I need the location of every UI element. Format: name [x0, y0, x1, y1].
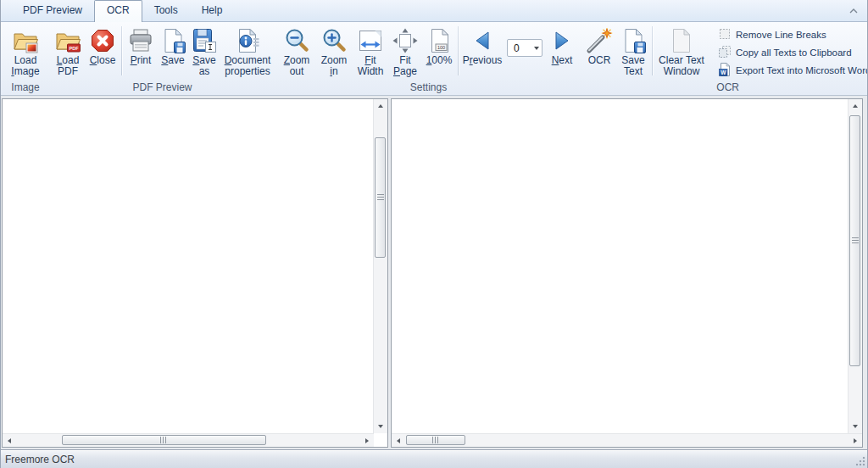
zoom-in-button[interactable]: Zoom in [315, 24, 353, 82]
load-image-button[interactable]: Load Image [4, 24, 47, 82]
horizontal-scroll-thumb[interactable] [406, 435, 465, 445]
clear-text-icon [669, 26, 694, 55]
resize-grip[interactable] [855, 456, 865, 466]
print-button[interactable]: Print [124, 24, 158, 82]
page-number-selector[interactable]: 0 [507, 39, 542, 57]
copy-to-clipboard-icon [718, 45, 732, 60]
ocr-button[interactable]: OCR [582, 24, 616, 82]
button-label: Zoom out [284, 55, 310, 77]
close-button[interactable]: Close [86, 24, 120, 82]
ribbon-group-image: Load Image Image [3, 24, 48, 95]
remove-line-breaks-icon [718, 27, 732, 42]
main-area [1, 96, 867, 449]
load-pdf-button[interactable]: PDF Load PDF [50, 24, 86, 82]
next-page-button[interactable]: Next [545, 24, 579, 82]
button-label: Close [90, 55, 116, 66]
vertical-scroll-thumb[interactable] [375, 137, 386, 258]
button-label: Clear Text Window [659, 55, 704, 77]
button-label: Fit Page [393, 55, 417, 77]
button-label: Previous [463, 55, 503, 66]
vertical-scroll-thumb[interactable] [849, 115, 860, 366]
button-label: OCR [588, 55, 611, 66]
arrow-left-icon [8, 438, 11, 443]
document-properties-button[interactable]: Document properties [220, 24, 275, 82]
ribbon-tab-bar: PDF Preview OCR Tools Help [1, 0, 867, 22]
page-number-dropdown-button[interactable] [531, 40, 542, 56]
scroll-left-button[interactable] [392, 434, 405, 447]
ocr-text-area[interactable] [392, 99, 848, 433]
scroll-right-button[interactable] [849, 434, 862, 447]
freemore-ocr-window: PDF Preview OCR Tools Help [0, 0, 868, 468]
save-text-button[interactable]: Save Text [616, 24, 650, 82]
scroll-down-button[interactable] [374, 420, 387, 433]
word-export-icon: W [718, 63, 732, 78]
arrow-up-icon [853, 104, 858, 108]
previous-page-button[interactable]: Previous [460, 24, 504, 82]
tab-pdf-preview[interactable]: PDF Preview [11, 1, 94, 21]
button-label: Save as [192, 55, 215, 77]
group-label-ocr: OCR [581, 82, 868, 95]
pdf-preview-canvas[interactable] [3, 99, 373, 433]
button-label: Load PDF [57, 55, 80, 77]
print-icon [127, 26, 154, 55]
arrow-left-icon [397, 438, 400, 443]
button-label: Fit Width [358, 55, 384, 77]
small-button-label: Export Text into Microsoft Word [736, 65, 868, 75]
tab-help[interactable]: Help [190, 1, 235, 21]
zoom-out-button[interactable]: Zoom out [278, 24, 315, 82]
fit-width-button[interactable]: Fit Width [353, 24, 388, 82]
zoom-out-icon [283, 26, 310, 55]
tab-ocr[interactable]: OCR [94, 0, 142, 22]
clear-text-window-button[interactable]: Clear Text Window [654, 24, 709, 82]
scroll-left-button[interactable] [3, 434, 16, 447]
arrow-right-icon [365, 438, 369, 443]
button-label: 100% [426, 55, 453, 66]
zoom-100-button[interactable]: 100 100% [422, 24, 456, 82]
page-number-value: 0 [508, 42, 531, 54]
tab-tools[interactable]: Tools [142, 1, 190, 21]
fit-page-icon [392, 26, 419, 55]
save-text-icon [620, 26, 647, 55]
svg-text:100: 100 [437, 45, 445, 50]
export-to-word-button[interactable]: W Export Text into Microsoft Word [715, 61, 868, 79]
small-button-label: Remove Line Breaks [736, 30, 826, 40]
copy-all-texts-button[interactable]: Copy all Texts to Clipboard [715, 43, 868, 61]
preview-vertical-scrollbar[interactable] [373, 99, 387, 433]
close-icon [90, 26, 115, 55]
arrow-right-icon [854, 438, 857, 443]
scroll-up-button[interactable] [849, 99, 862, 113]
ribbon-group-settings: Zoom out [276, 24, 581, 95]
save-as-button[interactable]: Save as [188, 24, 220, 82]
scroll-down-button[interactable] [849, 420, 862, 433]
magic-wand-icon [585, 26, 614, 55]
arrow-up-icon [378, 104, 383, 108]
preview-horizontal-scrollbar[interactable] [3, 433, 374, 447]
ocr-text-panel [391, 98, 863, 448]
button-label: Print [131, 55, 152, 66]
zoom-in-icon [320, 26, 348, 55]
scroll-up-button[interactable] [374, 99, 387, 113]
inner-separator [458, 26, 459, 75]
load-image-icon [12, 26, 39, 55]
next-icon [553, 26, 571, 55]
scroll-right-button[interactable] [360, 434, 374, 447]
status-bar: Freemore OCR [1, 449, 867, 468]
preview-panel [2, 98, 388, 448]
collapse-ribbon-button[interactable] [846, 3, 861, 16]
fit-page-button[interactable]: Fit Page [388, 24, 422, 82]
button-label: Next [552, 55, 573, 66]
button-label: Zoom in [321, 55, 348, 77]
svg-text:PDF: PDF [70, 46, 80, 51]
chevron-up-icon [849, 3, 859, 18]
ocr-small-buttons: Remove Line Breaks Copy all Texts to Cli… [715, 24, 868, 82]
save-button[interactable]: Save [158, 24, 188, 82]
status-text: Freemore OCR [5, 454, 75, 465]
thumb-grip [377, 194, 384, 202]
fit-width-icon [357, 26, 384, 55]
remove-line-breaks-button[interactable]: Remove Line Breaks [715, 25, 868, 43]
previous-icon [473, 26, 492, 55]
button-label: Load Image [11, 55, 39, 77]
horizontal-scroll-thumb[interactable] [62, 435, 266, 445]
text-vertical-scrollbar[interactable] [848, 99, 862, 433]
text-horizontal-scrollbar[interactable] [392, 433, 862, 447]
